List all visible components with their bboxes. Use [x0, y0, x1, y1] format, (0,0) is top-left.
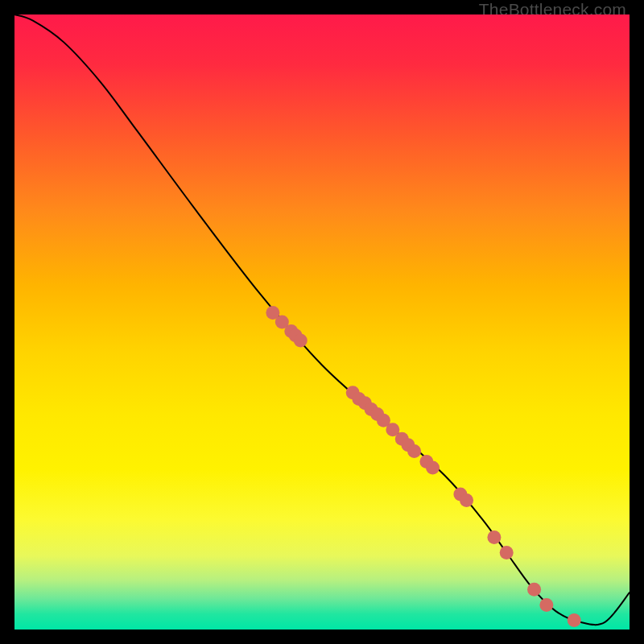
data-marker	[407, 444, 421, 458]
chart-frame: TheBottleneck.com	[0, 0, 644, 644]
data-marker	[500, 546, 514, 559]
data-marker	[460, 493, 473, 507]
data-marker	[294, 333, 308, 347]
data-marker	[539, 598, 553, 612]
plot-area	[14, 14, 630, 630]
data-marker	[487, 530, 501, 544]
data-marker	[426, 461, 440, 475]
data-marker	[568, 613, 581, 627]
bottleneck-curve	[14, 14, 630, 625]
marker-group	[266, 306, 580, 627]
chart-svg	[14, 14, 630, 630]
data-marker	[527, 583, 541, 597]
